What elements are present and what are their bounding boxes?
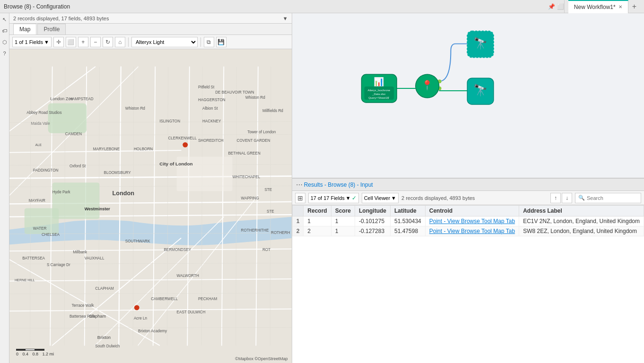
svg-text:Brixton Academy: Brixton Academy xyxy=(138,329,167,333)
map-credit: ©Mapbox ©OpenStreetMap xyxy=(235,356,287,361)
tab-close-icon[interactable]: ✕ xyxy=(618,4,622,9)
svg-text:Whiston Rd: Whiston Rd xyxy=(245,95,265,100)
results-table: Record Score Longitude Latitude Centroid… xyxy=(292,205,644,236)
svg-text:WATER: WATER xyxy=(33,226,47,231)
centroid-cell[interactable]: Point - View Browse Tool Map Tab xyxy=(425,216,519,226)
svg-text:🔭: 🔭 xyxy=(473,83,487,97)
results-fields-btn[interactable]: 17 of 17 Fields ▼ ✓ xyxy=(308,193,359,203)
toolbar-arrow-icon[interactable]: ↖ xyxy=(0,15,9,24)
workflow-tab[interactable]: New Workflow1* ✕ xyxy=(568,0,628,13)
toolbar-tag-icon[interactable]: 🏷 xyxy=(0,26,9,35)
results-fields-label: 17 of 17 Fields xyxy=(311,195,345,201)
workflow-tab-label: New Workflow1* xyxy=(574,4,616,10)
stats-menu-icon[interactable]: ▼ xyxy=(283,16,288,21)
tab-map[interactable]: Map xyxy=(13,24,36,35)
col-header-centroid: Centroid xyxy=(425,206,519,216)
sort-asc-btn[interactable]: ↑ xyxy=(550,193,561,203)
search-input[interactable] xyxy=(587,195,638,201)
col-header-longitude: Longitude xyxy=(355,206,391,216)
scale-label-0: 0 xyxy=(16,352,18,356)
col-header-record: Record xyxy=(304,206,331,216)
svg-text:South Dulwich: South Dulwich xyxy=(95,344,120,348)
map-svg: London Zoo Abbey Road Studios Maida Vale… xyxy=(9,49,292,363)
record-cell: 2 xyxy=(304,226,331,236)
home-btn[interactable]: ⌂ xyxy=(115,37,125,47)
svg-text:Query='Sheet1$': Query='Sheet1$' xyxy=(368,96,389,99)
svg-text:City of London: City of London xyxy=(159,161,192,166)
zoom-in-btn[interactable]: + xyxy=(78,37,88,47)
svg-text:Brixton: Brixton xyxy=(97,335,111,340)
workflow-svg: 📊 Alteryx_Isochrone _Data.xlsx Query='Sh… xyxy=(292,13,644,178)
svg-text:_Data.xlsx: _Data.xlsx xyxy=(372,93,385,95)
svg-text:Pitfield St: Pitfield St xyxy=(198,85,215,89)
add-point-btn[interactable]: ✛ xyxy=(53,37,64,47)
svg-text:🔭: 🔭 xyxy=(473,36,487,50)
stats-text: 2 records displayed, 17 fields, 4893 byt… xyxy=(13,16,109,21)
svg-text:MARYLEBONE: MARYLEBONE xyxy=(93,147,120,151)
results-panel: ⋯ Results - Browse (8) - Input ⊞ 17 of 1… xyxy=(292,179,644,363)
svg-text:SHOREDITCH: SHOREDITCH xyxy=(198,138,224,143)
svg-text:VAUXHALL: VAUXHALL xyxy=(85,256,104,260)
copy-btn[interactable]: ⧉ xyxy=(204,37,214,47)
fields-dropdown[interactable]: 1 of 1 Fields ▼ xyxy=(12,37,52,47)
scale-label-12: 1.2 mi xyxy=(43,352,54,356)
basemap-select[interactable]: Alteryx Light xyxy=(131,37,198,47)
svg-text:ISLINGTON: ISLINGTON xyxy=(159,119,180,123)
toolbar-separator2 xyxy=(200,37,201,47)
toolbar-separator xyxy=(128,37,129,47)
svg-text:HACKNEY: HACKNEY xyxy=(202,119,221,123)
svg-text:HAGGERSTON: HAGGERSTON xyxy=(198,98,226,102)
results-toolbar: ⊞ 17 of 17 Fields ▼ ✓ Cell Viewer ▼ 2 re… xyxy=(292,191,644,205)
svg-text:Battersea Park: Battersea Park xyxy=(70,314,96,319)
config-panel: 2 records displayed, 17 fields, 4893 byt… xyxy=(9,13,292,363)
svg-text:HAMPSTEAD: HAMPSTEAD xyxy=(70,97,94,101)
save-btn[interactable]: 💾 xyxy=(216,37,226,47)
results-grid-icon[interactable]: ⊞ xyxy=(295,193,305,203)
svg-text:Millfields Rd: Millfields Rd xyxy=(262,109,283,113)
map-area: London Zoo Abbey Road Studios Maida Vale… xyxy=(9,49,292,363)
cell-viewer-btn[interactable]: Cell Viewer ▼ xyxy=(362,193,399,203)
search-box: 🔍 xyxy=(575,193,641,203)
toolbar-help-icon[interactable]: ? xyxy=(0,49,9,58)
svg-text:CAMDEN: CAMDEN xyxy=(65,132,82,136)
svg-rect-38 xyxy=(52,182,100,219)
svg-text:MAYFAIR: MAYFAIR xyxy=(29,199,45,203)
map-toolbar: 1 of 1 Fields ▼ ✛ ⬜ + − ↻ ⌂ Alteryx Ligh… xyxy=(9,35,292,49)
rectangle-select-btn[interactable]: ⬜ xyxy=(66,37,76,47)
svg-text:Tower of London: Tower of London xyxy=(247,130,276,134)
svg-text:COVENT GARDEN: COVENT GARDEN xyxy=(237,138,270,143)
fields-label: 1 of 1 Fields xyxy=(15,39,43,45)
tab-add-icon[interactable]: + xyxy=(628,2,640,11)
sort-desc-btn[interactable]: ↓ xyxy=(562,193,572,203)
svg-text:BERMONDSEY: BERMONDSEY xyxy=(164,248,191,252)
left-toolbar: ↖ 🏷 ⬡ ? xyxy=(0,13,9,363)
svg-text:London: London xyxy=(113,190,135,197)
latitude-cell: 51.47598 xyxy=(391,226,426,236)
scale-label-08: 0.8 xyxy=(33,352,39,356)
map-scale: 0 0.4 0.8 1.2 mi xyxy=(16,349,54,356)
results-header-text: Results - Browse (8) - Input xyxy=(304,182,373,188)
zoom-out-btn[interactable]: − xyxy=(90,37,101,47)
svg-text:STE: STE xyxy=(267,209,274,214)
svg-text:Abbey Road Studios: Abbey Road Studios xyxy=(26,111,61,115)
results-info-text: 2 records displayed, 4893 bytes xyxy=(401,195,548,201)
row-num-cell: 2 xyxy=(292,226,304,236)
svg-text:PADDINGTON: PADDINGTON xyxy=(33,168,59,173)
maximize-icon[interactable]: ⬜ xyxy=(557,3,564,10)
pin-icon[interactable]: 📌 xyxy=(548,3,555,10)
table-row: 1 1 1 -0.101275 51.530434 Point - View B… xyxy=(292,216,644,226)
col-header-rownum xyxy=(292,206,304,216)
score-cell: 1 xyxy=(331,226,355,236)
table-row: 2 2 1 -0.127283 51.47598 Point - View Br… xyxy=(292,226,644,236)
right-panel: 📊 Alteryx_Isochrone _Data.xlsx Query='Sh… xyxy=(292,13,644,363)
svg-point-100 xyxy=(134,305,139,310)
col-header-score: Score xyxy=(331,206,355,216)
tab-profile[interactable]: Profile xyxy=(37,24,66,35)
svg-text:ROT: ROT xyxy=(262,248,270,252)
stats-bar: 2 records displayed, 17 fields, 4893 byt… xyxy=(9,13,292,24)
rotate-btn[interactable]: ↻ xyxy=(103,37,113,47)
centroid-cell[interactable]: Point - View Browse Tool Map Tab xyxy=(425,226,519,236)
toolbar-hex-icon[interactable]: ⬡ xyxy=(0,38,9,46)
record-cell: 1 xyxy=(304,216,331,226)
search-icon: 🔍 xyxy=(578,195,585,201)
